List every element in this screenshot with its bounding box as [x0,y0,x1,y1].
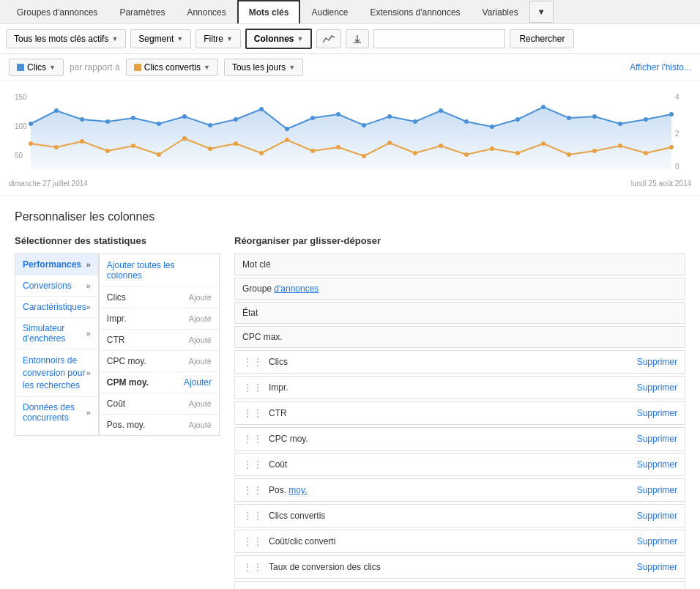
svg-text:100: 100 [15,122,27,130]
category-simulateur[interactable]: Simulateur d'enchères » [15,318,98,349]
reorder-clics[interactable]: ⋮⋮ Clics Supprimer [234,350,685,374]
afficher-histo-link[interactable]: Afficher l'histo... [630,62,691,73]
reorder-conv-affichage[interactable]: ⋮⋮ Conv. après affichage Supprimer [234,581,685,589]
svg-point-42 [259,151,264,155]
conversions-label: Conversions [23,281,72,291]
stat-cpm-moy-status[interactable]: Ajouter [184,377,212,388]
supprimer-cout-button[interactable]: Supprimer [637,459,677,470]
svg-point-44 [310,149,315,153]
add-all-columns-link[interactable]: Ajouter toutes les colonnes [107,260,212,281]
stat-row-ctr: CTR Ajouté [100,330,219,351]
reorder-etat: État [234,302,685,324]
main-content: Personnaliser les colonnes Sélectionner … [0,196,700,589]
svg-point-40 [208,147,212,151]
svg-point-33 [29,141,33,146]
top-navigation: Groupes d'annonces Paramètres Annonces M… [0,0,700,24]
colonnes-button[interactable]: Colonnes ▼ [245,29,313,49]
drag-handle-clics-convertis-icon: ⋮⋮ [242,510,263,522]
reorder-cpc-max: CPC max. [234,326,685,348]
category-caracteristiques[interactable]: Caractéristiques » [15,297,98,318]
reorder-ctr[interactable]: ⋮⋮ CTR Supprimer [234,401,685,425]
stat-cpm-moy-label: CPM moy. [107,377,149,388]
svg-point-36 [105,149,110,153]
tab-parametres[interactable]: Paramètres [108,1,176,23]
segment-button[interactable]: Segment ▼ [130,29,191,48]
stat-categories: Performances » Conversions » Caractérist… [15,253,99,436]
svg-point-34 [54,145,59,149]
reorder-cout-clic-converti-label: Coût/clic converti [269,536,637,547]
supprimer-impr-button[interactable]: Supprimer [637,382,677,393]
clics-label: Clics [27,62,46,73]
search-input[interactable] [373,29,505,48]
tab-motscles[interactable]: Mots clés [237,0,301,23]
supprimer-ctr-button[interactable]: Supprimer [637,408,677,418]
supprimer-cout-clic-converti-button[interactable]: Supprimer [637,536,677,547]
tous-les-jours-button[interactable]: Tous les jours ▼ [224,59,303,76]
tab-groupes[interactable]: Groupes d'annonces [6,1,108,23]
stat-row-impr: Impr. Ajouté [100,308,219,330]
entonnoirs-label: Entonnoirs de conversion pour les recher… [23,355,86,391]
reorder-taux-conversion[interactable]: ⋮⋮ Taux de conversion des clics Supprime… [234,555,685,579]
stat-pos-moy-status: Ajouté [189,421,212,429]
svg-text:150: 150 [15,93,27,101]
rechercher-button[interactable]: Rechercher [510,29,574,48]
more-tabs-button[interactable]: ▼ [529,1,554,23]
svg-point-15 [234,117,238,122]
filter-active-keywords-button[interactable]: Tous les mots clés actifs ▼ [6,29,126,48]
clics-convertis-label: Clics convertis [144,62,201,73]
svg-point-48 [413,151,417,155]
svg-text:0: 0 [675,163,679,171]
clics-convertis-button[interactable]: Clics convertis ▼ [126,59,218,76]
supprimer-clics-convertis-button[interactable]: Supprimer [637,511,677,521]
mot-cle-label: Mot clé [242,259,271,270]
chart-view-button[interactable] [316,29,341,48]
tab-extensions[interactable]: Extensions d'annonces [360,1,472,23]
clics-convertis-dot [134,64,141,71]
svg-point-52 [515,151,520,155]
category-performances[interactable]: Performances » [15,254,98,275]
tab-annonces[interactable]: Annonces [176,1,237,23]
tab-variables[interactable]: Variables [472,1,529,23]
caracteristiques-chevron-icon: » [86,303,91,311]
reorder-impr[interactable]: ⋮⋮ Impr. Supprimer [234,376,685,399]
category-concurrents[interactable]: Données des concurrents » [15,397,98,428]
reorder-clics-convertis[interactable]: ⋮⋮ Clics convertis Supprimer [234,504,685,527]
supprimer-clics-button[interactable]: Supprimer [637,357,677,367]
svg-point-50 [464,152,469,157]
svg-point-54 [567,152,571,157]
svg-point-14 [208,123,212,127]
chart-toolbar: Clics ▼ par rapport à Clics convertis ▼ … [0,54,700,81]
stats-table-header: Ajouter toutes les colonnes [100,254,219,287]
drag-handle-taux-conversion-icon: ⋮⋮ [242,561,263,573]
clics-selector-button[interactable]: Clics ▼ [9,59,64,76]
reorder-cout[interactable]: ⋮⋮ Coût Supprimer [234,453,685,476]
reorder-pos-moy[interactable]: ⋮⋮ Pos. moy. Supprimer [234,478,685,502]
caracteristiques-label: Caractéristiques [23,302,86,312]
download-button[interactable] [346,29,369,48]
stat-row-pos-moy: Pos. moy. Ajouté [100,415,219,435]
svg-point-23 [439,108,443,113]
supprimer-pos-moy-button[interactable]: Supprimer [637,485,677,495]
filtre-button[interactable]: Filtre ▼ [196,29,241,48]
reorder-cpc-moy[interactable]: ⋮⋮ CPC moy. Supprimer [234,427,685,451]
reorder-impr-label: Impr. [269,382,637,393]
svg-point-16 [259,107,264,111]
tab-audience[interactable]: Audience [300,1,359,23]
performances-label: Performances [23,259,81,270]
chart-date-range: dimanche 27 juillet 2014 lundi 25 août 2… [9,179,691,188]
par-rapport-label: par rapport à [70,62,120,73]
category-entonnoirs[interactable]: Entonnoirs de conversion pour les recher… [15,349,98,397]
reorder-mot-cle: Mot clé [234,253,685,275]
supprimer-cpc-moy-button[interactable]: Supprimer [637,434,677,444]
drag-handle-cout-icon: ⋮⋮ [242,459,263,470]
reorder-cout-clic-converti[interactable]: ⋮⋮ Coût/clic converti Supprimer [234,530,685,553]
category-conversions[interactable]: Conversions » [15,275,98,297]
etat-label: État [242,308,258,318]
svg-point-24 [464,119,469,124]
svg-point-58 [669,145,674,149]
supprimer-taux-conversion-button[interactable]: Supprimer [637,562,677,572]
groupe-annonces-label: Groupe d'annonces [242,284,319,294]
reorder-title: Réorganiser par glisser-déposer [234,235,685,246]
colonnes-arrow-icon: ▼ [297,35,304,42]
concurrents-chevron-icon: » [86,408,91,417]
